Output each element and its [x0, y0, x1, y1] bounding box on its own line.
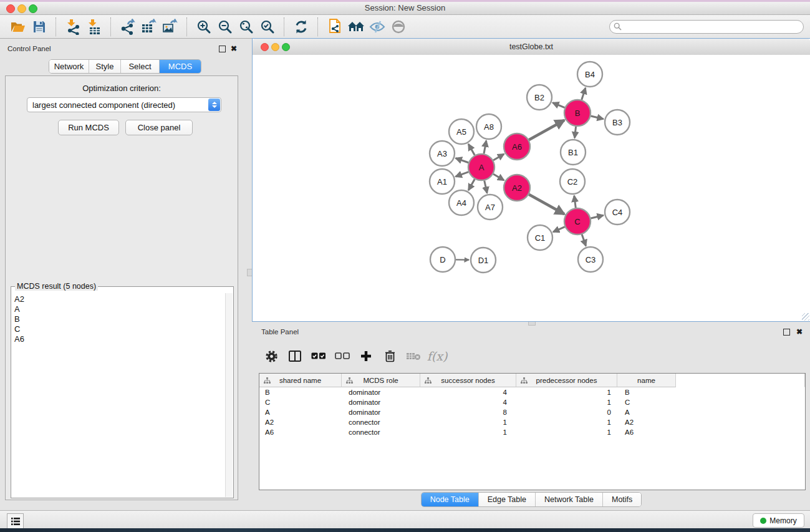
close-panel-button[interactable]: Close panel: [125, 120, 193, 135]
zoom-in-button[interactable]: [193, 17, 215, 37]
column-header-successor-nodes[interactable]: successor nodes: [420, 374, 516, 387]
table-cell[interactable]: B: [259, 387, 342, 397]
table-options-button[interactable]: [264, 348, 279, 364]
new-network-from-selection-button[interactable]: [324, 17, 345, 37]
tab-network[interactable]: Network: [49, 60, 89, 73]
table-cell[interactable]: 4: [420, 387, 516, 397]
unselect-all-columns-button[interactable]: [335, 348, 350, 364]
close-panel-icon[interactable]: ✖: [231, 46, 237, 52]
graph-edge-A-A8[interactable]: [484, 141, 486, 154]
table-cell[interactable]: A: [259, 407, 342, 417]
create-column-button[interactable]: [359, 348, 374, 364]
close-table-panel-icon[interactable]: ✖: [796, 329, 803, 335]
select-all-columns-button[interactable]: [311, 348, 326, 364]
graph-edge-A-A6[interactable]: [493, 154, 504, 160]
table-cell[interactable]: 8: [420, 407, 516, 417]
show-all-button[interactable]: [388, 17, 409, 37]
optimization-criterion-select[interactable]: largest connected component (directed): [27, 97, 221, 112]
table-cell[interactable]: A2: [259, 417, 342, 427]
table-cell[interactable]: 1: [516, 417, 617, 427]
graph-edge-C-C3[interactable]: [582, 235, 586, 246]
tab-node-table[interactable]: Node Table: [422, 493, 478, 506]
float-panel-icon[interactable]: [219, 46, 226, 52]
graph-edge-C-C2[interactable]: [574, 196, 576, 208]
export-table-button[interactable]: [138, 17, 160, 37]
graph-edge-A-A5[interactable]: [468, 144, 475, 155]
result-item[interactable]: C: [13, 324, 224, 334]
tab-network-table[interactable]: Network Table: [535, 493, 602, 506]
tab-style[interactable]: Style: [89, 60, 120, 73]
graph-edge-A-A7[interactable]: [485, 180, 487, 193]
result-item[interactable]: A2: [13, 294, 224, 304]
save-session-button[interactable]: [29, 17, 50, 37]
graph-edge-A2-C[interactable]: [529, 195, 564, 215]
graph-edge-B-B2[interactable]: [552, 103, 564, 108]
first-neighbors-button[interactable]: [345, 17, 367, 37]
table-cell[interactable]: 4: [420, 397, 516, 407]
table-row[interactable]: Adominator80A: [259, 407, 805, 417]
hide-selected-button[interactable]: [367, 17, 388, 37]
column-header-predecessor-nodes[interactable]: predecessor nodes: [516, 374, 617, 387]
column-header-name[interactable]: name: [617, 374, 676, 387]
result-scrollbar[interactable]: [225, 293, 233, 497]
vertical-splitter-handle[interactable]: [247, 269, 253, 276]
graph-edge-A-A4[interactable]: [468, 179, 475, 190]
zoom-out-button[interactable]: [215, 17, 236, 37]
graph-edge-A6-B[interactable]: [529, 120, 564, 140]
table-cell[interactable]: C: [259, 397, 342, 407]
table-cell[interactable]: C: [617, 397, 676, 407]
table-cell[interactable]: 1: [420, 417, 516, 427]
memory-button[interactable]: Memory: [753, 513, 804, 528]
table-cell[interactable]: A6: [617, 427, 676, 437]
graph-edge-C-C1[interactable]: [553, 227, 565, 232]
open-session-button[interactable]: [7, 17, 29, 37]
function-builder-button[interactable]: f(x): [430, 348, 445, 364]
task-history-button[interactable]: [7, 513, 24, 529]
tab-select[interactable]: Select: [120, 60, 159, 73]
graph-edge-A-A2[interactable]: [493, 174, 504, 180]
show-columns-button[interactable]: [287, 348, 302, 364]
table-row[interactable]: Cdominator41C: [259, 397, 805, 407]
delete-columns-button[interactable]: [382, 348, 397, 364]
table-cell[interactable]: dominator: [342, 407, 420, 417]
table-cell[interactable]: connector: [342, 427, 420, 437]
table-cell[interactable]: A2: [617, 417, 676, 427]
zoom-fit-button[interactable]: [236, 17, 257, 37]
table-row[interactable]: A6connector11A6: [259, 427, 805, 437]
graph-edge-A-A1[interactable]: [456, 172, 469, 177]
tab-edge-table[interactable]: Edge Table: [478, 493, 535, 506]
tab-mcds[interactable]: MCDS: [159, 60, 201, 73]
table-row[interactable]: Bdominator41B: [259, 387, 805, 397]
import-table-button[interactable]: [84, 17, 105, 37]
table-cell[interactable]: dominator: [342, 397, 420, 407]
run-mcds-button[interactable]: Run MCDS: [58, 120, 119, 135]
table-cell[interactable]: 0: [516, 407, 617, 417]
result-item[interactable]: B: [13, 314, 224, 324]
export-image-button[interactable]: [160, 17, 181, 37]
float-table-panel-icon[interactable]: [783, 329, 790, 336]
table-cell[interactable]: 1: [516, 387, 617, 397]
delete-table-button[interactable]: [406, 348, 421, 364]
tab-motifs[interactable]: Motifs: [602, 493, 641, 506]
frame-resize-grip[interactable]: [802, 313, 809, 321]
graph-edge-B-B3[interactable]: [591, 116, 603, 119]
apply-layout-button[interactable]: [291, 17, 312, 37]
table-row[interactable]: A2connector11A2: [259, 417, 805, 427]
import-network-button[interactable]: [62, 17, 84, 37]
table-cell[interactable]: B: [617, 387, 676, 397]
result-item[interactable]: A: [13, 304, 224, 314]
table-cell[interactable]: A6: [259, 427, 342, 437]
export-network-button[interactable]: [117, 17, 138, 37]
network-canvas[interactable]: B4B2BB3A5A8A6B1A3AA1C2A2A4A7C4CC1C3DD1: [253, 55, 810, 321]
graph-edge-B-B4[interactable]: [582, 88, 586, 100]
table-cell[interactable]: A: [617, 407, 676, 417]
result-item[interactable]: A6: [13, 334, 224, 344]
graph-edge-B-B1[interactable]: [575, 127, 576, 138]
column-header-shared-name[interactable]: shared name: [259, 374, 342, 387]
search-input[interactable]: [609, 20, 804, 34]
table-cell[interactable]: 1: [420, 427, 516, 437]
zoom-selected-button[interactable]: [257, 17, 278, 37]
table-cell[interactable]: dominator: [342, 387, 420, 397]
table-cell[interactable]: 1: [516, 427, 617, 437]
graph-edge-C-C4[interactable]: [591, 215, 603, 218]
